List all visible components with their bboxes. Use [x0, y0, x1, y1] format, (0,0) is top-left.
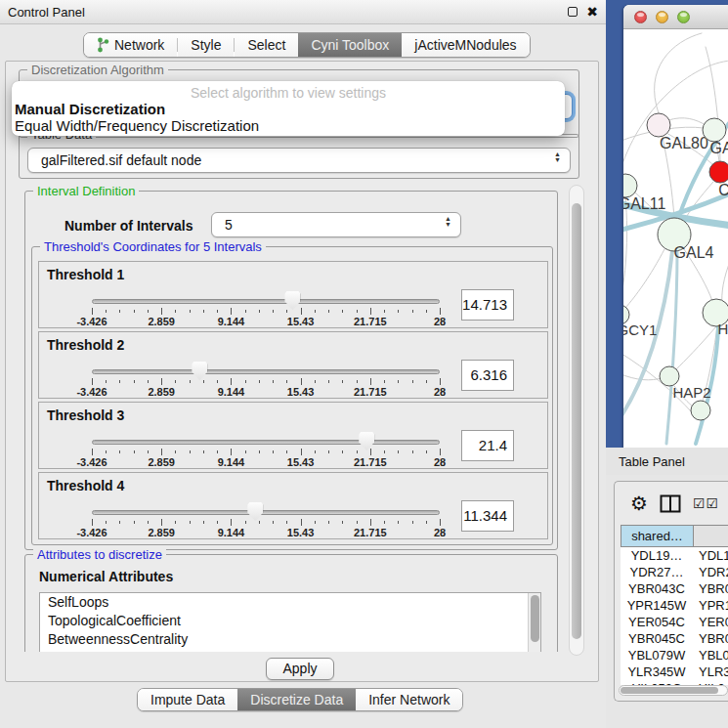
algorithm-dropdown-popup: Select algorithm to view settings Manual… — [12, 81, 565, 136]
network-edge — [625, 249, 664, 308]
network-icon — [97, 37, 109, 53]
scale-label: 28 — [434, 456, 446, 468]
zoom-traffic-light[interactable] — [677, 11, 690, 23]
scale-label: 2.859 — [148, 456, 175, 468]
slider-track[interactable] — [92, 369, 440, 374]
scale-label: 15.43 — [287, 386, 315, 398]
table-row[interactable]: YLR345WYLR3 — [621, 664, 728, 680]
table-data-group: Table Data galFiltered.sif default node … — [19, 134, 579, 179]
tab-jactivemnodules[interactable]: jActiveMNodules — [402, 33, 529, 57]
slider-ticks — [92, 449, 440, 456]
close-traffic-light[interactable] — [634, 11, 647, 23]
threshold-value-field[interactable]: 14.713 — [461, 289, 514, 321]
settings-scrollbar[interactable] — [569, 185, 584, 656]
network-node[interactable] — [647, 113, 670, 137]
table-horizontal-scrollbar[interactable] — [619, 685, 728, 696]
network-node-label: GAL11 — [623, 195, 665, 212]
network-window-frame: GAL80GACGAL11GAL4GCY1HHAP2 — [606, 0, 728, 448]
panel-title: Control Panel — [8, 5, 568, 20]
slider-track[interactable] — [92, 510, 440, 515]
table-panel-bar: Table Panel — [606, 448, 728, 475]
tab-discretize-data[interactable]: Discretize Data — [237, 689, 356, 710]
scale-label: -3.426 — [76, 386, 107, 398]
tab-infer-network[interactable]: Infer Network — [356, 689, 462, 710]
table-row[interactable]: YDL19…YDL1 — [621, 547, 728, 564]
tab-style[interactable]: Style — [178, 33, 234, 57]
number-of-intervals-combobox[interactable]: 5 ▲▼ — [211, 212, 461, 237]
network-node[interactable] — [709, 161, 728, 183]
threshold-label: Threshold 2 — [47, 337, 124, 353]
threshold-slider[interactable]: -3.4262.8599.14415.4321.71528 — [92, 496, 440, 539]
threshold-slider[interactable]: -3.4262.8599.14415.4321.71528 — [92, 426, 440, 469]
node-table: shared… n YDL19…YDL1YDR27…YDR2YBR043CYBR… — [621, 525, 728, 685]
scale-label: 21.715 — [354, 527, 387, 538]
tab-impute-data[interactable]: Impute Data — [138, 689, 237, 710]
tab-network[interactable]: Network — [84, 33, 177, 57]
slider-track[interactable] — [92, 299, 440, 304]
threshold-slider[interactable]: -3.4262.8599.14415.4321.71528 — [92, 285, 440, 328]
table-cell: YPR145W — [621, 597, 693, 614]
group-title: Discretization Algorithm — [27, 63, 168, 77]
apply-button[interactable]: Apply — [266, 658, 334, 680]
column-header-name[interactable]: n — [694, 526, 728, 546]
table-row[interactable]: YBR043CYBR0 — [621, 580, 728, 597]
minimize-traffic-light[interactable] — [656, 11, 668, 23]
scale-label: -3.426 — [76, 527, 107, 538]
network-canvas[interactable]: GAL80GACGAL11GAL4GCY1HHAP2 — [623, 29, 728, 448]
tab-cyni-toolbox[interactable]: Cyni Toolbox — [298, 33, 402, 57]
tab-select[interactable]: Select — [235, 33, 298, 57]
network-node[interactable] — [623, 174, 637, 197]
table-row[interactable]: YER054CYER0 — [621, 614, 728, 630]
column-header-shared-name[interactable]: shared… — [621, 526, 694, 546]
attribute-item[interactable]: TopologicalCoefficient — [40, 612, 540, 630]
network-edge — [722, 259, 728, 304]
network-node[interactable] — [691, 401, 710, 420]
scale-label: 28 — [434, 386, 446, 398]
network-node-label: GA — [709, 140, 728, 156]
network-node-label: GAL80 — [660, 135, 708, 151]
columns-icon[interactable] — [660, 494, 681, 513]
top-tab-bar: NetworkStyleSelectCyni ToolboxjActiveMNo… — [83, 32, 531, 58]
scale-label: 2.859 — [148, 527, 175, 538]
table-cell: YER054C — [621, 614, 693, 630]
group-title: Attributes to discretize — [33, 547, 166, 562]
network-node[interactable] — [660, 366, 679, 386]
numerical-attributes-list[interactable]: SelfLoopsTopologicalCoefficientBetweenne… — [39, 592, 541, 652]
checkboxes-icon[interactable]: ☑☑ — [693, 495, 719, 511]
list-scrollbar[interactable] — [528, 593, 540, 652]
attribute-item[interactable]: BetweennessCentrality — [40, 630, 540, 649]
table-rows: YDL19…YDL1YDR27…YDR2YBR043CYBR0YPR145WYP… — [621, 546, 728, 685]
threshold-value-field[interactable]: 11.344 — [461, 500, 514, 532]
threshold-value-field[interactable]: 21.4 — [461, 430, 514, 461]
table-row[interactable]: YBR045CYBR0 — [621, 630, 728, 647]
settings-viewport: Interval Definition Number of Intervals … — [19, 185, 566, 652]
slider-scale-labels: -3.4262.8599.14415.4321.71528 — [92, 456, 440, 469]
threshold-panel: Threshold 3 -3.4262.8599.14415.4321.7152… — [38, 402, 548, 469]
table-data-combobox[interactable]: galFiltered.sif default node ▲▼ — [27, 148, 571, 173]
float-window-icon[interactable] — [568, 7, 578, 17]
algorithm-option[interactable]: Equal Width/Frequency Discretization — [15, 117, 259, 134]
scale-label: 21.715 — [354, 386, 387, 398]
threshold-label: Threshold 1 — [47, 267, 124, 282]
gear-icon[interactable]: ⚙ — [630, 493, 648, 513]
numerical-attributes-header: Numerical Attributes — [39, 569, 173, 584]
attribute-item[interactable]: SelfLoops — [40, 593, 540, 612]
network-node[interactable] — [703, 118, 726, 142]
table-panel-title: Table Panel — [619, 454, 685, 469]
close-icon[interactable]: ✖ — [586, 5, 598, 19]
threshold-slider[interactable]: -3.4262.8599.14415.4321.71528 — [92, 356, 440, 399]
table-row[interactable]: YBL079WYBL0 — [621, 647, 728, 664]
scale-label: 15.43 — [287, 527, 315, 538]
scale-label: 9.144 — [218, 456, 245, 468]
threshold-value-field[interactable]: 6.316 — [461, 360, 514, 391]
slider-track[interactable] — [92, 440, 440, 445]
control-panel: Control Panel ✖ NetworkStyleSelectCyni T… — [0, 0, 606, 728]
table-row[interactable]: YPR145WYPR1 — [621, 597, 728, 614]
scale-label: 9.144 — [218, 386, 245, 398]
table-row[interactable]: YDR27…YDR2 — [621, 564, 728, 580]
table-panel: ⚙ ☑☑ shared… n YDL19…YDL1YDR27…YDR2YBR04… — [614, 481, 728, 702]
table-cell: YDL19… — [621, 547, 693, 564]
algorithm-option[interactable]: Manual Discretization — [15, 101, 165, 117]
network-node-label: GCY1 — [623, 321, 657, 338]
scale-label: 28 — [434, 316, 446, 327]
